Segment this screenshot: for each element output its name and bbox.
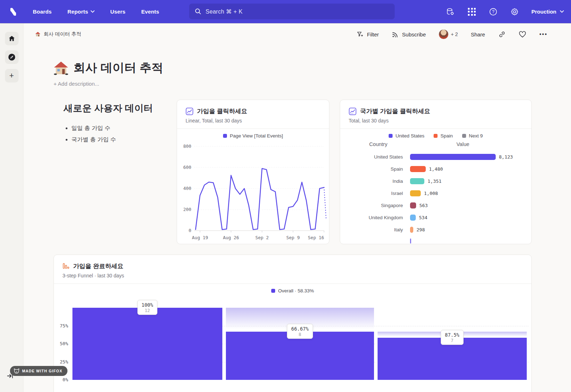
gifox-badge: MADE WITH GIFOX <box>10 366 67 376</box>
data-management-icon[interactable] <box>446 7 455 16</box>
board-toolbar: 회사 데이터 추적 Filter Subscribe + 2 Share <box>24 23 571 45</box>
svg-text:?: ? <box>492 9 495 14</box>
funnel-card: 가입을 완료하세요 3-step Funnel · last 30 days O… <box>54 255 532 392</box>
bar-row-israel[interactable]: Israel1,008 <box>340 187 531 199</box>
bar-fill[interactable] <box>410 227 413 233</box>
funnel-ytick: 25% <box>55 359 68 365</box>
nav-item-boards[interactable]: Boards <box>33 9 52 15</box>
help-icon[interactable]: ? <box>489 7 498 16</box>
bar-row-united-kingdom[interactable]: United Kingdom534 <box>340 211 531 223</box>
bar-row-label: United Kingdom <box>340 215 410 220</box>
house-emoji-icon <box>54 61 69 76</box>
svg-text:Sep 16: Sep 16 <box>308 235 324 240</box>
sidebar-add-button[interactable]: + <box>5 69 19 82</box>
nav-item-users[interactable]: Users <box>110 9 126 15</box>
share-button[interactable]: Share <box>471 31 485 37</box>
card-subtitle: Total, last 30 days <box>340 115 531 124</box>
funnel-bar-step-2[interactable] <box>226 332 374 380</box>
line-chart-plot[interactable]: 0200400600800Aug 19Aug 26Sep 2Sep 9Sep 1… <box>180 139 327 243</box>
legend-swatch <box>223 134 227 138</box>
country-bar-card: 국가별 가입을 클릭하세요 Total, last 30 days United… <box>340 100 532 244</box>
heart-icon <box>519 31 526 38</box>
line-chart-icon <box>349 107 357 115</box>
bar-row-value: 1,480 <box>429 166 443 172</box>
funnel-step-conversion: 66.67% <box>291 326 309 332</box>
copy-link-button[interactable] <box>498 30 506 38</box>
bar-row-label: Singapore <box>340 203 410 208</box>
nav-item-reports[interactable]: Reports <box>67 9 95 15</box>
bar-row-singapore[interactable]: Singapore563 <box>340 199 531 211</box>
page-title: 회사 데이터 추적 <box>74 60 163 76</box>
bar-row-united-states[interactable]: United States8,123 <box>340 151 531 163</box>
bar-row-value: 298 <box>416 227 425 232</box>
bar-fill[interactable] <box>410 202 416 208</box>
search-input[interactable]: Search ⌘ + K <box>189 4 395 19</box>
sidebar-home-button[interactable] <box>5 32 19 45</box>
funnel-step-conversion: 87.5% <box>445 332 460 338</box>
apps-grid-icon[interactable] <box>467 7 476 16</box>
svg-text:800: 800 <box>183 144 191 149</box>
legend-label: Page View [Total Events] <box>230 133 283 139</box>
mixpanel-logo[interactable] <box>7 6 19 18</box>
legend-label: Overall · 58.33% <box>278 288 314 293</box>
svg-text:600: 600 <box>183 165 191 170</box>
more-options-button[interactable]: ••• <box>539 31 547 37</box>
house-emoji-icon <box>35 31 41 37</box>
plus-icon: + <box>9 71 14 80</box>
bar-legend-item[interactable]: Next 9 <box>462 133 483 139</box>
filter-button[interactable]: Filter <box>357 31 379 38</box>
card-title[interactable]: 가입을 완료하세요 <box>73 262 123 270</box>
bar-legend-item[interactable]: United States <box>389 133 424 139</box>
legend-swatch <box>389 134 393 138</box>
funnel-legend-item[interactable]: Overall · 58.33% <box>271 288 314 293</box>
project-name: Prouction <box>531 9 556 15</box>
card-title[interactable]: 국가별 가입을 클릭하세요 <box>360 107 430 115</box>
rss-icon <box>392 31 399 38</box>
favorite-button[interactable] <box>519 30 526 38</box>
subscribe-button[interactable]: Subscribe <box>392 31 426 38</box>
svg-text:Sep 2: Sep 2 <box>255 235 269 240</box>
funnel-ytick: 0% <box>55 377 68 382</box>
svg-text:0: 0 <box>188 228 191 233</box>
bar-row-value: 563 <box>419 203 428 208</box>
project-selector[interactable]: Prouction <box>531 9 564 15</box>
bar-fill[interactable] <box>410 154 496 160</box>
collaborators[interactable]: + 2 <box>439 29 458 39</box>
svg-text:200: 200 <box>183 207 191 212</box>
bar-row-italy[interactable]: Italy298 <box>340 223 531 236</box>
nav-label: Reports <box>67 9 88 15</box>
bar-row-label: India <box>340 179 410 184</box>
add-description-button[interactable]: + Add description... <box>54 81 99 87</box>
funnel-step-tooltip-2: 66.67%8 <box>287 324 313 339</box>
avatar <box>439 29 449 39</box>
bar-legend-item[interactable]: Spain <box>434 133 453 139</box>
funnel-step-count: 7 <box>445 338 460 343</box>
line-chart-icon <box>186 107 193 115</box>
bar-fill[interactable] <box>410 190 421 196</box>
text-widget: 새로운 사용자 데이터 일일 총 가입 수 국가별 총 가입 수 <box>64 102 171 147</box>
line-legend-item[interactable]: Page View [Total Events] <box>223 133 283 139</box>
funnel-step-conversion: 100% <box>142 302 153 308</box>
nav-label: Events <box>141 9 159 15</box>
breadcrumb[interactable]: 회사 데이터 추적 <box>35 31 81 37</box>
board-title[interactable]: 회사 데이터 추적 <box>54 60 163 76</box>
bar-row-spain[interactable]: Spain1,480 <box>340 163 531 175</box>
legend-label: Spain <box>440 133 453 139</box>
bar-fill[interactable] <box>410 166 426 172</box>
card-title[interactable]: 가입을 클릭하세요 <box>197 107 247 115</box>
funnel-plot[interactable]: 0%25%50%75%100%1266.67%887.5%7 <box>54 308 531 380</box>
bar-row-value: 8,123 <box>499 154 513 160</box>
bar-row-value: 1,351 <box>428 179 441 184</box>
left-sidebar: + <box>0 23 24 392</box>
bar-row-india[interactable]: India1,351 <box>340 175 531 187</box>
bar-chart-rows: United States8,123Spain1,480India1,351Is… <box>340 151 531 244</box>
settings-gear-icon[interactable] <box>510 7 519 16</box>
legend-label: United States <box>395 133 424 139</box>
mixpanel-logo-icon <box>8 7 18 17</box>
funnel-bar-step-1[interactable] <box>72 308 222 380</box>
bar-fill[interactable] <box>410 178 424 184</box>
nav-item-events[interactable]: Events <box>141 9 159 15</box>
line-chart-legend: Page View [Total Events] <box>177 133 329 139</box>
sidebar-discover-button[interactable] <box>5 50 19 64</box>
bar-fill[interactable] <box>410 215 416 221</box>
